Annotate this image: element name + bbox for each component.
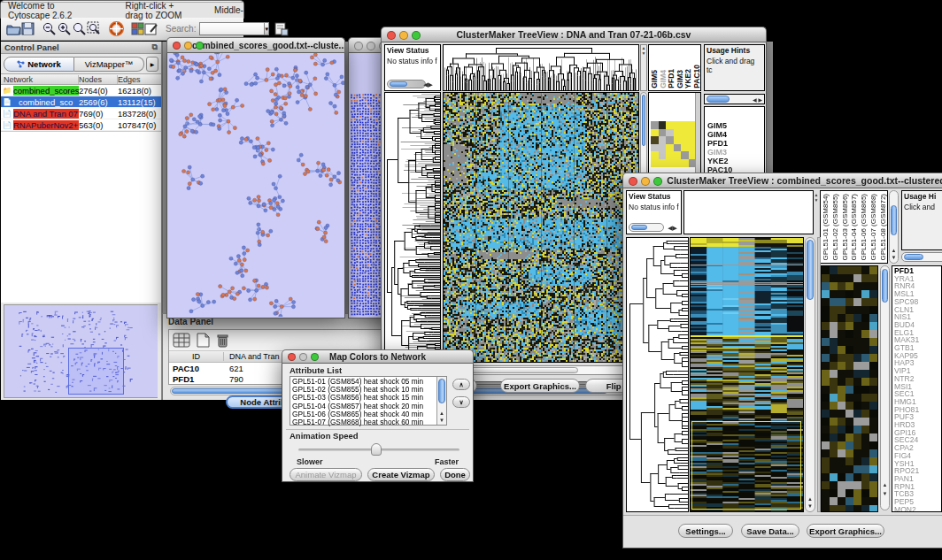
- tv2-col-label[interactable]: GPL51-01 (GSM854): [822, 194, 830, 261]
- minimize-icon[interactable]: [299, 353, 307, 361]
- minimize-icon[interactable]: [367, 42, 375, 50]
- birdseye-view[interactable]: [4, 304, 158, 398]
- tv1-gene-item[interactable]: YKE2: [707, 157, 764, 165]
- attribute-item[interactable]: GPL51-07 (GSM868) heat shock 60 min: [292, 418, 444, 426]
- zoom-selected-icon[interactable]: [87, 20, 102, 37]
- open-file-icon[interactable]: [6, 20, 21, 37]
- treeview2-titlebar[interactable]: ClusterMaker TreeView : combined_scores_…: [622, 173, 942, 188]
- tv2-col-label[interactable]: GPL51-06 (GSM865): [860, 194, 869, 261]
- matrix-cell[interactable]: [681, 129, 689, 137]
- matrix-cell[interactable]: [651, 159, 659, 167]
- matrix-cell[interactable]: [659, 129, 667, 137]
- float-panel-icon[interactable]: ⧉: [152, 42, 158, 52]
- tv1-hints-hscroll-thumb[interactable]: [706, 96, 730, 103]
- vizmapper-icon[interactable]: [131, 20, 144, 37]
- tv2-col-label[interactable]: GPL51-07 (GSM868): [869, 194, 878, 261]
- scroll-down-icon[interactable]: ▼: [881, 491, 889, 497]
- close-icon[interactable]: [387, 31, 396, 40]
- birdseye-canvas[interactable]: [4, 305, 158, 397]
- col-header-nodes[interactable]: Nodes: [79, 75, 118, 84]
- matrix-cell[interactable]: [681, 136, 689, 144]
- matrix-cell[interactable]: [674, 159, 682, 167]
- matrix-cell[interactable]: [674, 121, 682, 129]
- tv1-heatmap[interactable]: [443, 92, 639, 363]
- tv1-gene-item[interactable]: GIM4: [707, 130, 764, 139]
- tv1-col-label[interactable]: GIM5: [651, 70, 659, 88]
- matrix-cell[interactable]: [674, 144, 682, 152]
- tv2-labels-vscroll[interactable]: ▲ ▼: [889, 190, 899, 264]
- tv2-col-zoom-strip[interactable]: ▲▼: [814, 192, 819, 203]
- tv1-export-graphics-button[interactable]: Export Graphics...: [500, 379, 580, 393]
- tv2-heatmap-vscroll[interactable]: ▲ ▼: [805, 237, 815, 512]
- col-header-network[interactable]: Network: [1, 75, 79, 84]
- tv2-heatmap-vscroll-thumb[interactable]: [807, 240, 814, 300]
- matrix-cell[interactable]: [666, 121, 674, 129]
- scroll-up-icon[interactable]: ▲: [437, 410, 446, 417]
- dialog-titlebar[interactable]: Map Colors to Network: [282, 349, 474, 364]
- zoom-out-icon[interactable]: [42, 20, 57, 37]
- attribute-list-vscroll[interactable]: ▲ ▼: [436, 377, 446, 425]
- tv1-column-dendrogram[interactable]: [443, 44, 639, 91]
- matrix-cell[interactable]: [681, 151, 689, 159]
- matrix-cell[interactable]: [651, 136, 659, 144]
- tv2-heatmap[interactable]: [690, 237, 804, 512]
- matrix-cell[interactable]: [674, 136, 682, 144]
- tv2-hints-hscroll-thumb[interactable]: [904, 254, 923, 260]
- search-dropdown-icon[interactable]: ▾: [265, 22, 269, 35]
- tab-network[interactable]: Network: [4, 57, 74, 72]
- matrix-cell[interactable]: [659, 121, 667, 129]
- matrix-cell[interactable]: [659, 144, 667, 152]
- network-row[interactable]: 📄 RNAPuberNov2+ 563(0) 107847(0): [1, 119, 161, 131]
- close-icon[interactable]: [288, 353, 296, 361]
- tv1-gene-item[interactable]: GIM5: [707, 121, 764, 130]
- tv1-status-arrows[interactable]: ◀▶: [423, 81, 433, 88]
- help-lifesaver-icon[interactable]: [109, 20, 124, 37]
- tv2-export-graphics-button[interactable]: Export Graphics...: [807, 524, 884, 538]
- attribute-list-vscroll-thumb[interactable]: [438, 379, 445, 403]
- tv1-col-label[interactable]: PFD1: [668, 69, 676, 88]
- scroll-up-icon[interactable]: ▲: [881, 482, 889, 488]
- matrix-cell[interactable]: [681, 144, 689, 152]
- attribute-browser-icon[interactable]: [274, 20, 289, 37]
- create-vizmap-button[interactable]: Create Vizmap: [367, 468, 435, 481]
- matrix-cell[interactable]: [666, 159, 674, 167]
- done-button[interactable]: Done: [440, 468, 470, 481]
- tv2-row-dendrogram[interactable]: [626, 237, 689, 512]
- tv1-status-hscroll[interactable]: [387, 80, 426, 88]
- scroll-down-icon[interactable]: ▼: [890, 255, 898, 261]
- scroll-down-icon[interactable]: ▼: [437, 418, 446, 424]
- matrix-cell[interactable]: [681, 159, 689, 167]
- select-attributes-icon[interactable]: [173, 333, 190, 348]
- data-col-id[interactable]: ID: [169, 352, 224, 361]
- scroll-up-icon[interactable]: ▲: [890, 248, 898, 254]
- matrix-cell[interactable]: [681, 121, 689, 129]
- zoom-in-icon[interactable]: [57, 20, 72, 37]
- network-row[interactable]: 📄 DNA and Tran 07 769(0) 183728(0): [1, 108, 161, 119]
- attribute-listbox[interactable]: GPL51-01 (GSM854) heat shock 05 minGPL51…: [290, 376, 447, 426]
- network1-titlebar[interactable]: combined_scores_good.txt--cluste...: [166, 37, 345, 53]
- zoom-window-icon[interactable]: [653, 177, 662, 186]
- matrix-cell[interactable]: [674, 129, 682, 137]
- network1-canvas[interactable]: [167, 53, 344, 317]
- tab-more-button[interactable]: ▶: [146, 57, 158, 72]
- matrix-cell[interactable]: [651, 129, 659, 137]
- save-icon[interactable]: [21, 20, 35, 37]
- matrix-cell[interactable]: [674, 151, 682, 159]
- matrix-cell[interactable]: [651, 121, 659, 129]
- minimize-icon[interactable]: [641, 177, 650, 186]
- minimize-icon[interactable]: [399, 31, 408, 40]
- new-attribute-icon[interactable]: [197, 333, 210, 348]
- tv2-settings-button[interactable]: Settings...: [678, 524, 733, 538]
- tv2-col-label[interactable]: GPL51-08 (GSM872): [879, 194, 888, 261]
- matrix-cell[interactable]: [651, 151, 659, 159]
- matrix-cell[interactable]: [659, 151, 667, 159]
- tv2-status-arrows[interactable]: ◀▶: [668, 225, 677, 232]
- tv2-labels-vscroll-thumb[interactable]: [891, 205, 897, 235]
- close-icon[interactable]: [173, 42, 181, 50]
- matrix-cell[interactable]: [666, 144, 674, 152]
- tv2-genes-vscroll[interactable]: ▲ ▼: [880, 265, 890, 510]
- tv1-gene-item[interactable]: PFD1: [707, 139, 764, 148]
- close-icon[interactable]: [629, 177, 637, 186]
- tv1-correlation-matrix[interactable]: [651, 121, 697, 167]
- speed-slider-thumb[interactable]: [371, 443, 382, 456]
